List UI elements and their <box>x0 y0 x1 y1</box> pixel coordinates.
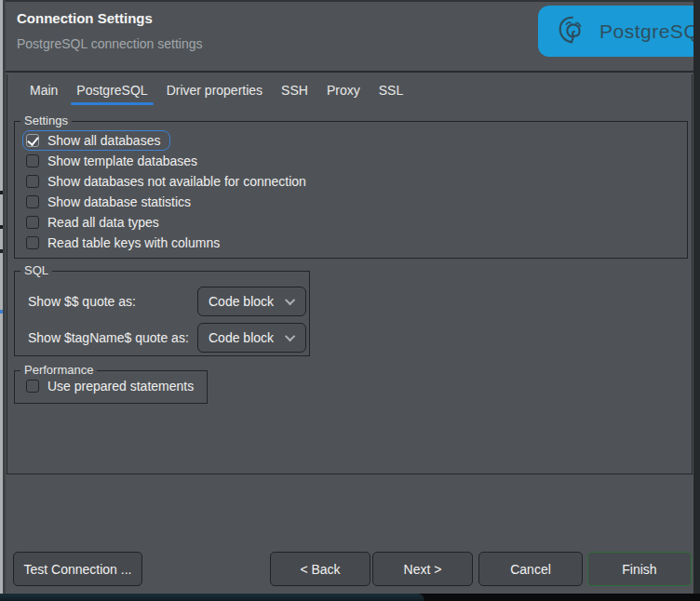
dropdown-value: Code block <box>209 294 288 309</box>
performance-group: Performance Use prepared statements <box>14 370 208 404</box>
checkbox-row-show-unavailable-databases[interactable]: Show databases not available for connect… <box>22 171 316 192</box>
checkbox-row-show-all-databases[interactable]: Show all databases <box>22 130 170 151</box>
checkbox-row-read-table-keys[interactable]: Read table keys with columns <box>22 233 230 253</box>
page-subtitle: PostgreSQL connection settings <box>17 36 203 51</box>
checkbox-label: Show databases not available for connect… <box>47 174 306 189</box>
badge-label: PostgreSQL <box>599 20 693 43</box>
checkbox-label: Show template databases <box>47 154 197 168</box>
postgresql-badge: PostgreSQL <box>538 6 693 57</box>
sql-group: SQL Show $$ quote as: Code block Show $t… <box>14 271 310 356</box>
checkbox-label: Use prepared statements <box>47 379 194 394</box>
cancel-button[interactable]: Cancel <box>478 552 583 586</box>
checkbox[interactable] <box>26 154 39 167</box>
checkbox-label: Read table keys with columns <box>47 235 220 250</box>
tagname-quote-dropdown[interactable]: Code block <box>197 323 306 353</box>
tab-bar: Main PostgreSQL Driver properties SSH Pr… <box>7 74 692 105</box>
checkbox-label: Show database statistics <box>47 194 191 209</box>
sql-row-dollar-quote: Show $$ quote as: Code block <box>15 287 309 316</box>
sql-row-tagname-quote: Show $tagName$ quote as: Code block <box>15 323 309 353</box>
checkbox[interactable] <box>26 380 39 393</box>
checkbox[interactable] <box>26 195 39 208</box>
tab-ssl[interactable]: SSL <box>379 76 403 104</box>
tab-postgresql[interactable]: PostgreSQL <box>76 76 147 104</box>
background-window-bottom-edge <box>0 594 700 601</box>
checkbox-row-read-all-data-types[interactable]: Read all data types <box>22 212 169 233</box>
checkbox-row-show-template-databases[interactable]: Show template databases <box>22 151 208 171</box>
connection-settings-dialog: Connection Settings PostgreSQL connectio… <box>6 0 693 594</box>
screen: Connection Settings PostgreSQL connectio… <box>0 0 700 601</box>
dropdown-label: Show $tagName$ quote as: <box>28 330 189 345</box>
checkbox-label: Read all data types <box>47 215 159 230</box>
sql-group-legend: SQL <box>20 263 52 277</box>
performance-group-legend: Performance <box>20 363 97 377</box>
dropdown-label: Show $$ quote as: <box>28 294 136 309</box>
background-window-right-edge <box>693 0 700 594</box>
checkbox-row-use-prepared-statements[interactable]: Use prepared statements <box>22 376 204 396</box>
settings-group: Settings Show all databases Show templat… <box>14 121 688 259</box>
postgresql-elephant-icon <box>555 14 590 49</box>
finish-button[interactable]: Finish <box>587 552 692 586</box>
back-button[interactable]: < Back <box>270 552 370 586</box>
settings-group-legend: Settings <box>20 114 72 127</box>
test-connection-button[interactable]: Test Connection ... <box>13 552 142 586</box>
dialog-header: Connection Settings PostgreSQL connectio… <box>6 2 693 73</box>
checkbox-label: Show all databases <box>47 133 160 148</box>
checkbox[interactable] <box>26 216 39 229</box>
checkbox[interactable] <box>26 236 39 249</box>
checkbox-row-show-database-statistics[interactable]: Show database statistics <box>22 192 201 212</box>
checkbox[interactable] <box>26 175 39 188</box>
settings-tab-folder: Main PostgreSQL Driver properties SSH Pr… <box>7 74 693 474</box>
tab-main[interactable]: Main <box>30 76 58 104</box>
tab-ssh[interactable]: SSH <box>281 76 308 104</box>
dollar-quote-dropdown[interactable]: Code block <box>197 287 306 316</box>
page-title: Connection Settings <box>17 10 153 26</box>
dropdown-value: Code block <box>209 330 288 345</box>
checkbox[interactable] <box>26 134 39 147</box>
tab-driver-properties[interactable]: Driver properties <box>167 76 262 104</box>
tab-proxy[interactable]: Proxy <box>327 76 360 104</box>
next-button[interactable]: Next > <box>372 552 473 586</box>
